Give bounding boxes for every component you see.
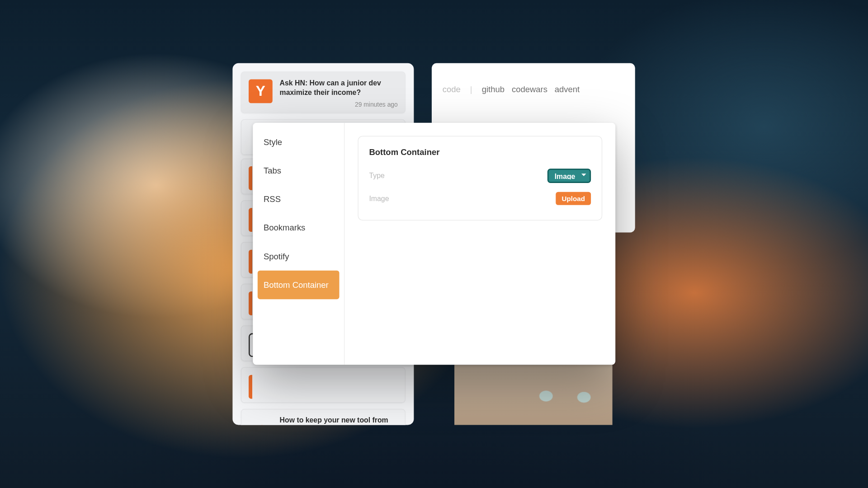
- stackoverflow-icon: [249, 417, 273, 425]
- type-label: Type: [369, 172, 384, 180]
- feed-item-title: How to keep your new tool from gathering…: [280, 416, 398, 425]
- bookmark-group-label: code: [443, 84, 461, 94]
- bookmark-link[interactable]: codewars: [512, 84, 547, 94]
- bottom-container-card: Bottom Container Type Image Image Upload: [358, 136, 602, 221]
- feed-item-icon: [249, 375, 273, 399]
- bookmark-link[interactable]: github: [482, 84, 505, 94]
- bottom-container-image: [454, 365, 613, 425]
- type-select[interactable]: Image: [547, 169, 591, 183]
- settings-dialog: Style Tabs RSS Bookmarks Spotify Bottom …: [253, 123, 615, 365]
- feed-item[interactable]: How to keep your new tool from gathering…: [241, 409, 406, 425]
- settings-tab-spotify[interactable]: Spotify: [258, 242, 340, 271]
- bookmarks-row: code | github codewars advent: [443, 84, 624, 94]
- feed-item-time: 29 minutes ago: [280, 101, 398, 108]
- settings-tab-rss[interactable]: RSS: [258, 185, 340, 213]
- separator: |: [470, 84, 472, 94]
- settings-sidebar: Style Tabs RSS Bookmarks Spotify Bottom …: [253, 123, 344, 365]
- card-title: Bottom Container: [369, 147, 591, 157]
- upload-button[interactable]: Upload: [556, 192, 591, 205]
- type-select-wrap: Image: [547, 169, 591, 183]
- feed-item[interactable]: [241, 367, 406, 403]
- settings-tab-bookmarks[interactable]: Bookmarks: [258, 213, 340, 242]
- settings-tab-style[interactable]: Style: [258, 127, 340, 156]
- type-row: Type Image: [369, 166, 591, 185]
- image-label: Image: [369, 194, 389, 202]
- hn-icon: Y: [249, 79, 273, 103]
- feed-item-title: Ask HN: How can a junior dev maximize th…: [280, 78, 398, 98]
- bookmark-link[interactable]: advent: [555, 84, 580, 94]
- feed-item[interactable]: Y Ask HN: How can a junior dev maximize …: [241, 71, 406, 113]
- settings-tab-tabs[interactable]: Tabs: [258, 156, 340, 185]
- settings-tab-bottom-container[interactable]: Bottom Container: [258, 271, 340, 299]
- settings-content: Bottom Container Type Image Image Upload: [344, 123, 615, 365]
- image-row: Image Upload: [369, 189, 591, 208]
